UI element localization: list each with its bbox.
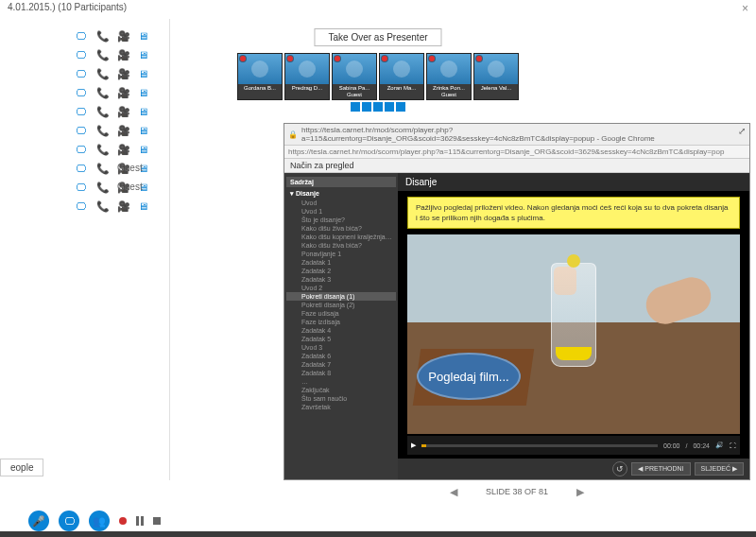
scorm-player: Disanje Pažljivo pogledaj priloženi vide… [398, 173, 749, 479]
status-icon: 🖥 [138, 144, 147, 153]
address-bar[interactable]: https://tesla.carnet.hr/mod/scorm/player… [284, 146, 749, 159]
status-icon: 🖥 [138, 30, 147, 40]
seek-bar[interactable] [421, 444, 658, 447]
video-tile[interactable]: Zrinka Pon...Guest [426, 53, 472, 100]
expand-icon[interactable]: ⤢ [738, 126, 746, 136]
video-area[interactable]: Pogledaj film... [407, 234, 740, 434]
toc-item[interactable]: Zadatak 6 [286, 352, 396, 360]
toc-item[interactable]: Kako dišu živa bića? [286, 241, 396, 250]
instruction-box: Pažljivo pogledaj priloženi video. Nakon… [407, 197, 740, 229]
participant-row[interactable]: 🖵📞🎥🖥 [76, 121, 169, 138]
video-controls[interactable]: ▶ 00:00 / 00:24 🔊 ⛶ [407, 436, 740, 455]
status-icon: 🖵 [76, 87, 85, 96]
toc-item[interactable]: Uvod 3 [286, 343, 396, 352]
toc-item[interactable]: … [286, 377, 396, 386]
toc-item[interactable]: Zadatak 8 [286, 369, 396, 377]
slide-prev-icon[interactable]: ◀ [450, 486, 457, 498]
participant-label: Guest [117, 182, 143, 192]
participant-row[interactable]: 🖵📞🎥🖥 [76, 102, 169, 119]
video-tile[interactable]: Zoran Ma... [379, 53, 424, 100]
volume-icon[interactable]: 🔊 [715, 442, 724, 449]
status-icon: 📞 [96, 30, 106, 40]
meeting-controls: 🎤 🖵 👥 [28, 511, 161, 531]
status-icon: 🖥 [138, 106, 147, 115]
participant-row[interactable]: Guest🖵📞🎥🖥 [76, 178, 169, 195]
toc-item[interactable]: Zadatak 4 [286, 326, 396, 335]
participant-row[interactable]: 🖵📞🎥🖥 [76, 64, 169, 81]
slide-counter: SLIDE 38 OF 81 [486, 487, 548, 496]
status-icon: 🖵 [76, 30, 85, 40]
status-icon: 📞 [96, 87, 106, 96]
people-button[interactable]: eople [0, 459, 43, 476]
participant-row[interactable]: 🖵📞🎥🖥 [76, 45, 169, 62]
toc-item[interactable]: Kako dišu živa bića? [286, 224, 396, 233]
toc-item[interactable]: Uvod [286, 199, 396, 207]
toc-item[interactable]: Pokreti disanja (2) [286, 301, 396, 309]
toc-item[interactable]: Kako dišu kopneni kralježnjaci? [286, 233, 396, 241]
status-icon: 🎥 [117, 30, 127, 40]
next-button[interactable]: SLJEDEĆ ▶ [695, 462, 744, 476]
video-tile[interactable]: Sabina Pa...Guest [332, 53, 377, 100]
participant-row[interactable]: 🖵📞🎥🖥 [76, 83, 169, 100]
return-icon[interactable]: ↺ [612, 461, 627, 476]
toc-item[interactable]: Zadatak 3 [286, 275, 396, 284]
stop-icon[interactable] [153, 517, 161, 525]
toc-item[interactable]: Što je disanje? [286, 216, 396, 224]
participants-button[interactable]: 👥 [89, 511, 110, 531]
toc-item[interactable]: Zadatak 5 [286, 335, 396, 343]
lesson-title: Disanje [398, 173, 749, 191]
content-toc[interactable]: Sadržaj▾ DisanjeUvodUvod 1Što je disanje… [284, 173, 398, 479]
toc-item[interactable]: Što sam naučio [286, 394, 396, 403]
status-icon: 🎥 [117, 125, 127, 134]
shared-content-window: ⤢ 🔒 https://tesla.carnet.hr/mod/scorm/pl… [284, 123, 750, 480]
toc-item[interactable]: Uvod 2 [286, 284, 396, 292]
close-icon[interactable]: × [742, 2, 748, 15]
lock-icon: 🔒 [288, 130, 298, 139]
status-icon: 🖥 [138, 87, 147, 96]
video-participants-strip: Gordana B...Predrag D...Sabina Pa...Gues… [237, 53, 519, 100]
toc-item[interactable]: Ponavljanje 1 [286, 250, 396, 258]
prev-button[interactable]: ◀ PRETHODNI [631, 462, 690, 476]
play-icon[interactable]: ▶ [411, 442, 416, 449]
time-total: 00:24 [693, 442, 710, 449]
status-icon: 🖥 [138, 125, 147, 134]
window-title: 4.01.2015.) (10 Participants) [8, 2, 127, 15]
status-icon: 🖥 [138, 49, 147, 59]
mini-thumbnails [351, 102, 405, 112]
video-tile[interactable]: Gordana B... [237, 53, 283, 100]
video-tile[interactable]: Jelena Val... [473, 53, 519, 100]
toc-item[interactable]: Zadatak 7 [286, 360, 396, 369]
toc-item[interactable]: Završetak [286, 403, 396, 411]
toc-item[interactable]: Zadatak 1 [286, 258, 396, 267]
participant-row[interactable]: 🖵📞🎥🖥 [76, 197, 169, 214]
toc-item-active[interactable]: Pokreti disanja (1) [286, 292, 396, 301]
status-icon: 🎥 [117, 49, 127, 59]
record-icon[interactable] [119, 517, 127, 525]
participant-row[interactable]: Guest🖵📞🎥🖥 [76, 159, 169, 176]
participant-row[interactable]: 🖵📞🎥🖥 [76, 140, 169, 157]
toc-item[interactable]: Zadatak 2 [286, 267, 396, 275]
status-icon: 🖵 [76, 125, 85, 134]
taskbar [0, 531, 756, 537]
status-icon: 📞 [96, 200, 106, 210]
status-icon: 📞 [96, 163, 106, 172]
toc-item[interactable]: Zaključak [286, 386, 396, 394]
participant-row[interactable]: 🖵📞🎥🖥 [76, 26, 169, 43]
toc-item[interactable]: Faze udisaja [286, 309, 396, 318]
slide-next-icon[interactable]: ▶ [576, 486, 584, 498]
status-icon: 🖵 [76, 106, 85, 115]
status-icon: 📞 [96, 182, 106, 191]
toc-item[interactable]: Faze izdisaja [286, 318, 396, 326]
video-tile[interactable]: Predrag D... [284, 53, 330, 100]
status-icon: 🎥 [117, 87, 127, 96]
status-icon: 🖥 [138, 68, 147, 78]
status-icon: 🖵 [76, 182, 85, 191]
fullscreen-icon[interactable]: ⛶ [730, 442, 736, 449]
slide-navigation[interactable]: ◀ SLIDE 38 OF 81 ▶ [284, 482, 750, 501]
video-button[interactable]: 🖵 [59, 511, 79, 531]
pause-icon[interactable] [136, 516, 144, 526]
take-over-presenter-button[interactable]: Take Over as Presenter [314, 28, 441, 46]
status-icon: 🖵 [76, 49, 85, 59]
toc-item[interactable]: Uvod 1 [286, 207, 396, 216]
mic-button[interactable]: 🎤 [28, 511, 49, 531]
